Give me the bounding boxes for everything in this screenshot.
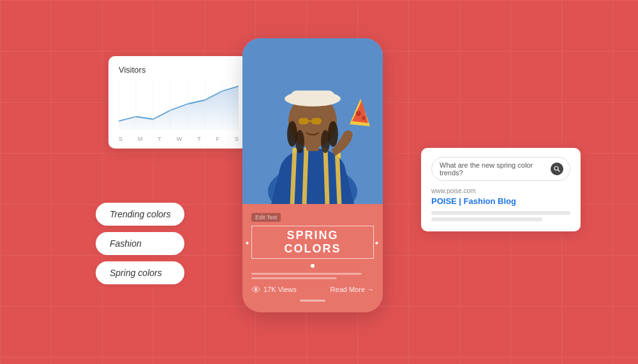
- phone-headline: SPRING COLORS: [251, 226, 374, 259]
- phone-line-1: [251, 273, 362, 275]
- chart-label-w: W: [177, 136, 182, 142]
- search-url: www.poise.com: [431, 187, 570, 194]
- phone-photo: [242, 38, 383, 204]
- search-result-line-2: [431, 217, 542, 221]
- search-icon: [554, 166, 560, 172]
- phone-card: Edit Text SPRING COLORS 17K Views Read M…: [242, 38, 383, 312]
- arrow-icon: →: [367, 286, 374, 293]
- visitors-chart-card: Visitors S M T W T F S: [108, 56, 249, 149]
- phone-content: Edit Text SPRING COLORS 17K Views Read M…: [242, 204, 383, 310]
- edit-text-label: Edit Text: [251, 213, 281, 222]
- phone-dot-decorator: [311, 264, 315, 268]
- phone-read-more[interactable]: Read More →: [330, 286, 374, 293]
- chart-title: Visitors: [119, 65, 239, 75]
- chart-label-t1: T: [158, 136, 161, 142]
- eye-icon: [251, 286, 260, 293]
- svg-point-23: [295, 130, 304, 153]
- svg-point-24: [321, 130, 330, 153]
- tag-fashion[interactable]: Fashion: [96, 232, 184, 255]
- search-button[interactable]: [551, 163, 563, 175]
- phone-line-2: [251, 277, 337, 279]
- phone-footer: 17K Views Read More →: [251, 286, 374, 293]
- svg-point-29: [255, 288, 257, 291]
- search-result-lines: [431, 211, 570, 221]
- tags-container: Trending colors Fashion Spring colors: [96, 203, 184, 284]
- tag-trending-colors[interactable]: Trending colors: [96, 203, 184, 226]
- search-site-name[interactable]: POISE | Fashion Blog: [431, 196, 570, 206]
- phone-handle: [300, 300, 325, 302]
- search-result-line-1: [431, 211, 570, 215]
- chart-label-s1: S: [119, 136, 122, 142]
- person-illustration: [242, 38, 383, 204]
- chart-label-s2: S: [235, 136, 239, 142]
- search-card: What are the new spring color trends? ww…: [421, 148, 581, 231]
- chart-label-f: F: [216, 136, 220, 142]
- search-bar[interactable]: What are the new spring color trends?: [431, 157, 570, 181]
- svg-point-27: [356, 111, 361, 116]
- svg-rect-17: [290, 91, 335, 105]
- search-query-text: What are the new spring color trends?: [440, 161, 551, 177]
- phone-views: 17K Views: [251, 286, 297, 293]
- chart-x-labels: S M T W T F S: [119, 136, 239, 142]
- svg-rect-19: [311, 118, 322, 124]
- tag-spring-colors[interactable]: Spring colors: [96, 261, 184, 284]
- svg-line-31: [558, 170, 560, 172]
- svg-rect-18: [299, 118, 309, 124]
- phone-text-lines: [251, 273, 374, 279]
- svg-point-28: [362, 116, 366, 120]
- chart-label-m: M: [138, 136, 143, 142]
- visitors-chart: [119, 80, 239, 131]
- chart-label-t2: T: [197, 136, 201, 142]
